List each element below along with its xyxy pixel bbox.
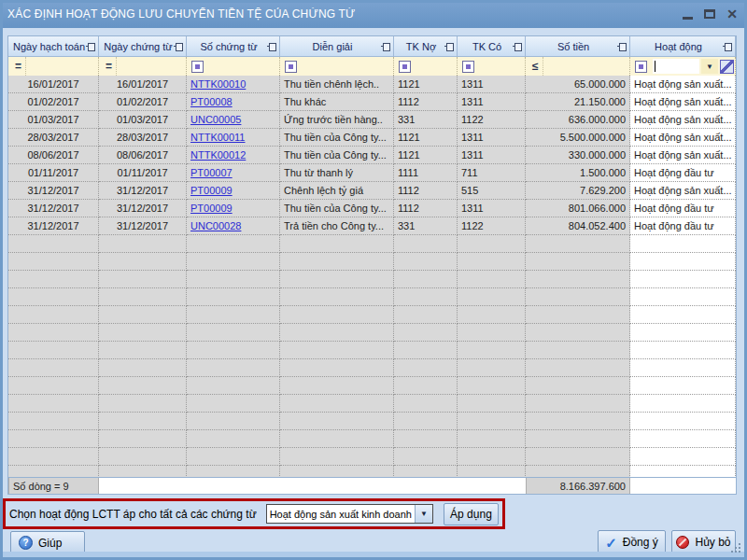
filter-box-icon[interactable] bbox=[399, 61, 411, 73]
equals-icon[interactable]: = bbox=[102, 57, 117, 76]
table-row[interactable]: 16/01/201716/01/2017NTTK00010Thu tiền ch… bbox=[8, 76, 736, 93]
table-cell bbox=[458, 324, 526, 342]
table-row[interactable]: 31/12/201731/12/2017PT00009Thu tiền của … bbox=[8, 200, 736, 217]
table-cell bbox=[99, 271, 187, 288]
table-row[interactable]: 31/12/201731/12/2017UNC00028Trả tiền cho… bbox=[8, 217, 736, 235]
table-cell bbox=[99, 253, 187, 271]
column-header[interactable]: TK Có bbox=[458, 36, 526, 57]
filter-cell[interactable] bbox=[280, 57, 394, 76]
equals-icon[interactable]: = bbox=[11, 57, 26, 76]
column-header[interactable]: Ngày hạch toán bbox=[8, 36, 99, 57]
filter-cell[interactable]: = bbox=[99, 57, 187, 76]
table-cell: 1311 bbox=[458, 93, 526, 111]
pin-icon[interactable] bbox=[174, 43, 183, 50]
filter-box-icon[interactable] bbox=[285, 61, 297, 73]
column-header[interactable]: Ngày chứng từ bbox=[99, 36, 187, 57]
table-row-empty bbox=[8, 448, 736, 466]
maximize-icon[interactable] bbox=[704, 9, 715, 19]
pin-icon[interactable] bbox=[381, 43, 390, 50]
apply-button[interactable]: Áp dụng bbox=[444, 503, 499, 525]
column-header[interactable]: Số tiền bbox=[526, 36, 630, 57]
filter-cell[interactable] bbox=[394, 57, 458, 76]
pin-icon[interactable] bbox=[267, 43, 276, 50]
table-cell[interactable]: Hoạt động đầu tư bbox=[630, 164, 736, 182]
column-header[interactable]: Số chứng từ bbox=[187, 36, 280, 57]
document-link[interactable]: PT00007 bbox=[190, 167, 233, 178]
activity-combobox-value: Hoạt động sản xuất kinh doanh bbox=[267, 509, 415, 520]
column-header[interactable]: Hoạt động bbox=[630, 36, 736, 57]
filter-cell[interactable] bbox=[458, 57, 526, 76]
table-row[interactable]: 31/12/201731/12/2017PT00009Chênh lệch tỷ… bbox=[8, 182, 736, 200]
filter-box-icon[interactable] bbox=[635, 61, 647, 73]
table-cell[interactable]: Hoạt động đầu tư bbox=[630, 217, 736, 235]
table-cell: 21.150.000 bbox=[526, 93, 630, 111]
table-cell bbox=[394, 324, 458, 342]
table-row[interactable]: 08/06/201708/06/2017NTTK00012Thu tiền củ… bbox=[8, 147, 736, 164]
filter-input[interactable] bbox=[653, 59, 699, 74]
table-cell bbox=[394, 430, 458, 448]
table-cell: 31/12/2017 bbox=[99, 182, 187, 200]
document-link[interactable]: PT00009 bbox=[190, 203, 233, 214]
chevron-down-icon[interactable]: ▼ bbox=[701, 59, 718, 74]
table-row-empty bbox=[8, 395, 736, 413]
edit-filter-icon[interactable] bbox=[720, 60, 734, 74]
table-row[interactable]: 01/02/201701/02/2017PT00008Thu khác11121… bbox=[8, 93, 736, 111]
table-cell: Trả tiền cho Công ty... bbox=[280, 217, 394, 235]
table-cell: 01/11/2017 bbox=[99, 164, 187, 182]
document-link[interactable]: UNC00005 bbox=[190, 114, 241, 125]
table-cell[interactable]: Hoạt động đầu tư bbox=[630, 200, 736, 217]
table-row[interactable]: 28/03/201728/03/2017NTTK00011Thu tiền củ… bbox=[8, 129, 736, 147]
window-title: XÁC ĐỊNH HOẠT ĐỘNG LƯU CHUYỂN TIỀN TỆ CỦ… bbox=[7, 7, 683, 21]
document-link[interactable]: NTTK00012 bbox=[190, 149, 246, 161]
table-cell[interactable]: Hoạt động sản xuất... bbox=[630, 129, 736, 147]
table-row[interactable]: 01/03/201701/03/2017UNC00005Ứng trước ti… bbox=[8, 111, 736, 129]
filter-box-icon[interactable] bbox=[191, 61, 204, 73]
pin-icon[interactable] bbox=[86, 43, 95, 50]
table-cell: 1121 bbox=[394, 147, 458, 164]
filter-cell[interactable]: ▼ bbox=[630, 57, 736, 76]
row-count-summary: Số dòng = 9 bbox=[8, 478, 99, 494]
table-cell bbox=[280, 324, 394, 342]
filter-cell[interactable] bbox=[187, 57, 280, 76]
table-cell bbox=[187, 253, 280, 271]
filter-box-icon[interactable] bbox=[462, 61, 474, 73]
pin-icon[interactable] bbox=[723, 43, 732, 50]
table-cell: 01/02/2017 bbox=[99, 93, 187, 111]
column-header[interactable]: Diễn giải bbox=[280, 36, 394, 57]
filter-cell[interactable]: = bbox=[8, 57, 99, 76]
total-amount: 8.166.397.600 bbox=[526, 478, 630, 494]
document-link[interactable]: NTTK00010 bbox=[190, 78, 246, 90]
chevron-down-icon[interactable]: ▼ bbox=[415, 505, 432, 523]
table-row-empty bbox=[8, 253, 736, 271]
table-cell: Thu từ thanh lý bbox=[280, 164, 394, 182]
table-cell[interactable]: Hoạt động sản xuất... bbox=[630, 111, 736, 129]
table-cell[interactable]: Hoạt động sản xuất... bbox=[630, 182, 736, 200]
pin-icon[interactable] bbox=[617, 43, 627, 50]
table-row[interactable]: 01/11/201701/11/2017PT00007Thu từ thanh … bbox=[8, 164, 736, 182]
close-icon[interactable]: ✕ bbox=[726, 8, 738, 20]
apply-activity-panel: Chọn hoạt động LCTT áp cho tất cả các ch… bbox=[3, 498, 505, 529]
document-link[interactable]: UNC00028 bbox=[190, 220, 241, 231]
filter-cell[interactable]: ≤ bbox=[526, 57, 630, 76]
table-cell bbox=[280, 430, 394, 448]
table-cell: 804.052.400 bbox=[526, 217, 630, 235]
document-link[interactable]: PT00008 bbox=[190, 96, 233, 107]
minimize-icon[interactable] bbox=[683, 17, 693, 20]
table-cell[interactable]: Hoạt động sản xuất... bbox=[630, 93, 736, 111]
document-link[interactable]: PT00009 bbox=[190, 185, 233, 196]
table-cell bbox=[280, 342, 394, 359]
table-row-empty bbox=[8, 359, 736, 377]
table-row-empty bbox=[8, 306, 736, 324]
document-link[interactable]: NTTK00011 bbox=[190, 132, 246, 143]
pin-icon[interactable] bbox=[513, 43, 522, 50]
table-row-empty bbox=[8, 342, 736, 359]
column-header[interactable]: TK Nợ bbox=[394, 36, 458, 57]
activity-combobox[interactable]: Hoạt động sản xuất kinh doanh ▼ bbox=[266, 504, 433, 524]
table-cell[interactable]: Hoạt động sản xuất... bbox=[630, 147, 736, 164]
table-cell: 16/01/2017 bbox=[8, 76, 99, 93]
resize-grip-icon[interactable] bbox=[739, 551, 740, 553]
less-equal-icon[interactable]: ≤ bbox=[529, 57, 543, 76]
table-cell: 1311 bbox=[458, 200, 526, 217]
pin-icon[interactable] bbox=[444, 43, 454, 50]
table-cell[interactable]: Hoạt động sản xuất... bbox=[630, 76, 736, 93]
